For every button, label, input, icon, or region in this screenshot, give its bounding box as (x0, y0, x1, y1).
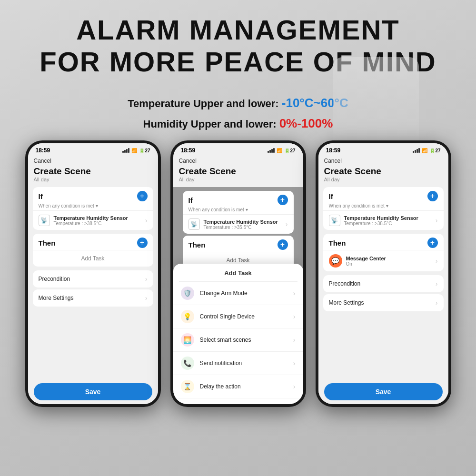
status-bar-1: 18:59 📶 🔋27 (28, 143, 158, 156)
app-subtitle-2: All day (173, 177, 303, 185)
sensor-value-2: Temperature : >35.5°C (204, 225, 282, 230)
app-subtitle-1: All day (28, 177, 158, 185)
arm-chevron: › (293, 289, 296, 297)
delay-icon: ⌛ (181, 380, 194, 393)
task-send-notification[interactable]: 📞 Send notification › (173, 352, 303, 375)
time-1: 18:59 (36, 147, 50, 154)
if-header-2: If + (183, 191, 294, 207)
chevron-precondition-1: › (145, 275, 148, 283)
then-header-3: Then + (323, 234, 444, 250)
phone-2-screen: 18:59 📶 🔋27 Cancel Create Scene A (173, 143, 303, 404)
sensor-info-2: Temperature Humidity Sensor Temperature … (204, 219, 282, 230)
if-card-1: If + When any condition is met ▾ 📡 Tempe… (33, 187, 153, 230)
task-arm-mode[interactable]: 🛡️ Change Arm Mode › (173, 282, 303, 305)
then-label-2: Then (188, 241, 206, 249)
chevron-settings-3: › (436, 299, 438, 307)
chevron-2: › (286, 220, 288, 228)
then-header-1: Then + (33, 234, 153, 250)
task-single-device[interactable]: 💡 Control Single Device › (173, 305, 303, 328)
app-title-2: Create Scene (173, 165, 303, 177)
phones-section: 18:59 📶 🔋27 Cancel Create Scene All day (0, 140, 476, 407)
cancel-btn-2[interactable]: Cancel (173, 156, 303, 165)
app-content-1: Cancel Create Scene All day If + When an… (28, 156, 158, 404)
phone-3-screen: 18:59 📶 🔋27 Cancel Create Scene All day (318, 143, 448, 404)
scenes-icon: 🌅 (181, 333, 194, 347)
message-center-row[interactable]: 💬 Message Center On › (323, 250, 444, 271)
phone-2: 18:59 📶 🔋27 Cancel Create Scene A (170, 140, 306, 407)
phone-3: 18:59 📶 🔋27 Cancel Create Scene All day (316, 140, 451, 407)
save-btn-1[interactable]: Save (34, 383, 152, 400)
then-card-3: Then + 💬 Message Center On › (323, 234, 444, 271)
phone-1: 18:59 📶 🔋27 Cancel Create Scene All day (25, 140, 161, 407)
sensor-row-3: 📡 Temperature Humidity Sensor Temperatur… (323, 210, 444, 230)
device-icon: 💡 (181, 310, 194, 323)
app-content-3: Cancel Create Scene All day If + When an… (318, 156, 448, 404)
precondition-item-3[interactable]: Precondition › (323, 275, 444, 292)
app-title-3: Create Scene (318, 165, 448, 177)
scenes-label: Select smart scenes (200, 337, 288, 343)
task-overlay: Add Task 🛡️ Change Arm Mode › 💡 Control … (173, 264, 303, 404)
bottom-items-3: Precondition › More Settings › (323, 275, 444, 313)
notification-chevron: › (293, 359, 296, 367)
then-plus-btn-1[interactable]: + (137, 238, 148, 248)
chevron-3: › (436, 217, 438, 224)
chevron-1: › (145, 217, 148, 224)
time-3: 18:59 (326, 147, 341, 154)
sensor-info-3: Temperature Humidity Sensor Temperature … (344, 215, 432, 226)
add-task-1[interactable]: Add Task (33, 250, 153, 267)
if-plus-btn-1[interactable]: + (137, 191, 148, 201)
wifi-icon-2: 📶 (277, 148, 282, 153)
msg-chevron: › (436, 257, 438, 265)
device-chevron: › (293, 313, 296, 320)
task-smart-scenes[interactable]: 🌅 Select smart scenes › (173, 328, 303, 352)
message-center-icon: 💬 (329, 254, 342, 268)
status-icons-2: 📶 🔋27 (268, 148, 295, 153)
if-label-1: If (39, 192, 43, 200)
status-bar-2: 18:59 📶 🔋27 (173, 143, 303, 156)
then-card-1: Then + Add Task (33, 234, 153, 267)
msg-info: Message Center On (346, 256, 432, 267)
if-header-3: If + (323, 187, 444, 203)
status-bar-3: 18:59 📶 🔋27 (318, 143, 448, 156)
app-content-2: Cancel Create Scene All day If + When an… (173, 156, 303, 404)
task-delay-action[interactable]: ⌛ Delay the action › (173, 375, 303, 398)
if-sublabel-1: When any condition is met ▾ (33, 203, 153, 210)
if-sublabel-3: When any condition is met ▾ (323, 203, 444, 210)
if-label-2: If (188, 196, 193, 204)
sensor-icon-3: 📡 (329, 215, 340, 226)
sensor-value-1: Temperature : >38.5°C (54, 221, 141, 226)
delay-chevron: › (293, 383, 296, 390)
msg-name: Message Center (346, 256, 432, 261)
app-subtitle-3: All day (318, 177, 448, 185)
cancel-btn-3[interactable]: Cancel (318, 156, 448, 165)
chevron-precondition-3: › (436, 280, 438, 288)
signal-icon-2 (268, 148, 275, 153)
arm-mode-label: Change Arm Mode (200, 290, 288, 297)
sensor-icon-1: 📡 (39, 215, 50, 226)
sensor-info-1: Temperature Humidity Sensor Temperature … (54, 215, 141, 226)
phone-1-screen: 18:59 📶 🔋27 Cancel Create Scene All day (28, 143, 158, 404)
if-label-3: If (329, 192, 333, 200)
if-plus-btn-3[interactable]: + (427, 191, 438, 201)
if-plus-btn-2[interactable]: + (278, 195, 288, 205)
time-2: 18:59 (181, 147, 196, 154)
signal-icon-1 (122, 148, 129, 153)
overlay-title: Add Task (179, 269, 298, 282)
humidity-value: 0%-100% (279, 116, 333, 130)
more-settings-item-1[interactable]: More Settings › (33, 289, 153, 307)
wifi-icon-3: 📶 (422, 148, 427, 153)
then-plus-btn-2[interactable]: + (278, 239, 288, 250)
battery-icon-1: 🔋27 (139, 148, 150, 153)
sensor-value-3: Temperature : >38.5°C (344, 221, 432, 226)
precondition-item-1[interactable]: Precondition › (33, 270, 153, 288)
notification-icon: 📞 (181, 357, 194, 370)
if-sublabel-2: When any condition is met ▾ (183, 207, 294, 214)
save-btn-3[interactable]: Save (324, 383, 443, 400)
more-settings-item-3[interactable]: More Settings › (323, 294, 444, 311)
sensor-row-1: 📡 Temperature Humidity Sensor Temperatur… (33, 210, 153, 230)
then-plus-btn-3[interactable]: + (427, 238, 438, 248)
cancel-btn-1[interactable]: Cancel (28, 156, 158, 165)
sensor-row-2: 📡 Temperature Humidity Sensor Temperatur… (183, 214, 294, 234)
bottom-items-1: Precondition › More Settings › (33, 270, 153, 308)
signal-icon-3 (413, 148, 420, 153)
